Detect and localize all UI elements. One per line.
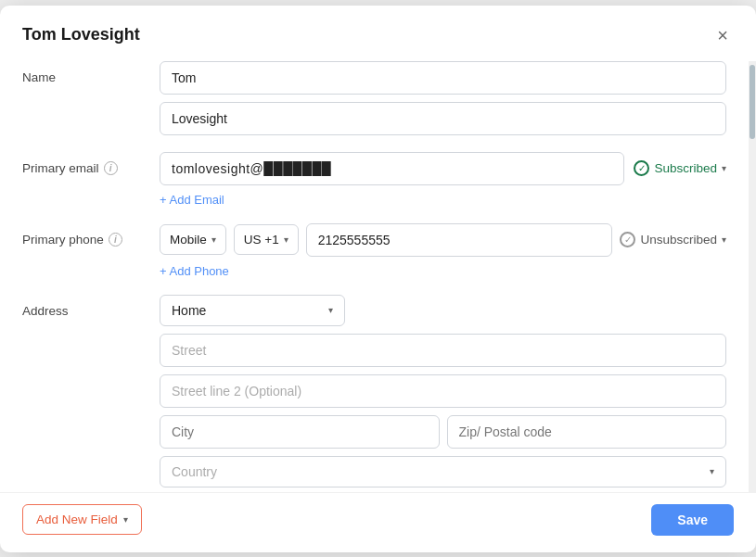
email-input[interactable] [160,152,624,185]
modal-body: Name Primary email i [0,61,756,492]
modal-overlay: Tom Lovesight × Name [0,0,756,557]
primary-email-row: Primary email i ✓ Subscribed ▾ [22,152,726,207]
city-zip-row [160,415,726,449]
phone-country-select[interactable]: US +1 ▾ [234,224,299,255]
modal-footer: Add New Field ▾ Save [0,492,756,552]
address-label: Address [22,295,160,318]
close-button[interactable]: × [711,24,734,46]
add-phone-button[interactable]: + Add Phone [160,264,726,278]
unsubscribed-check-icon: ✓ [620,232,635,247]
phone-type-chevron-icon: ▾ [211,234,216,245]
zip-input[interactable] [447,415,727,449]
primary-phone-row: Primary phone i Mobile ▾ US +1 ▾ [22,223,726,278]
add-field-chevron-icon: ▾ [123,514,128,525]
subscribed-chevron-icon: ▾ [722,163,726,173]
address-type-chevron-icon: ▾ [328,305,333,315]
phone-fields: Mobile ▾ US +1 ▾ ✓ Unsubscribed [160,223,726,278]
modal: Tom Lovesight × Name [0,6,756,552]
scrollbar-track[interactable] [749,61,756,492]
form-area: Name Primary email i [0,61,749,492]
subscribed-check-icon: ✓ [634,160,649,176]
phone-type-select[interactable]: Mobile ▾ [160,224,226,255]
address-row: Address Home ▾ [22,295,726,487]
unsubscribed-chevron-icon: ▾ [722,234,726,245]
email-fields: ✓ Subscribed ▾ + Add Email [160,152,726,207]
email-info-icon[interactable]: i [104,161,118,175]
street2-input[interactable] [160,374,726,408]
address-type-select[interactable]: Home ▾ [160,295,345,326]
name-fields [160,61,726,135]
modal-title: Tom Lovesight [22,25,140,44]
name-row: Name [22,61,726,135]
phone-input-row: Mobile ▾ US +1 ▾ ✓ Unsubscribed [160,223,726,257]
save-button[interactable]: Save [651,504,734,536]
email-input-row: ✓ Subscribed ▾ [160,152,726,185]
country-chevron-icon: ▾ [710,466,714,476]
phone-label: Primary phone i [22,223,160,247]
add-email-button[interactable]: + Add Email [160,193,726,207]
add-field-button[interactable]: Add New Field ▾ [22,504,142,535]
subscribed-button[interactable]: ✓ Subscribed ▾ [634,160,726,176]
address-fields: Home ▾ Country ▾ [160,295,726,487]
modal-header: Tom Lovesight × [0,6,756,61]
scrollbar-thumb[interactable] [750,65,755,139]
country-select[interactable]: Country ▾ [160,456,726,487]
phone-info-icon[interactable]: i [109,233,122,247]
email-label: Primary email i [22,152,160,175]
first-name-input[interactable] [160,61,726,95]
city-input[interactable] [160,415,440,449]
last-name-input[interactable] [160,102,726,135]
name-label: Name [22,61,160,84]
phone-number-input[interactable] [306,223,613,257]
street-input[interactable] [160,334,726,367]
phone-country-chevron-icon: ▾ [284,234,288,245]
unsubscribed-button[interactable]: ✓ Unsubscribed ▾ [620,232,726,247]
